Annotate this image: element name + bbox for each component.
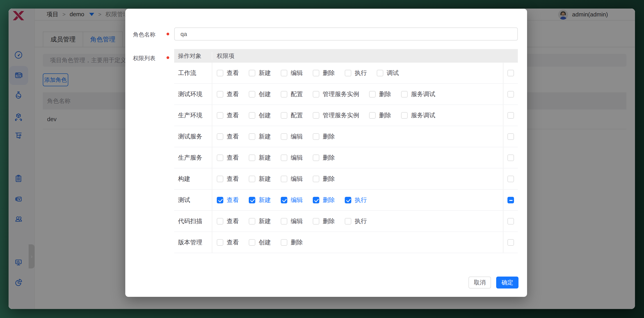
checkbox-icon[interactable]: [345, 197, 351, 203]
checkbox-icon[interactable]: [217, 197, 223, 203]
row-select-all-checkbox[interactable]: [508, 91, 514, 97]
checkbox-icon[interactable]: [217, 133, 223, 140]
permission-checkbox-item[interactable]: 编辑: [281, 69, 303, 77]
permission-checkbox-item[interactable]: 新建: [249, 69, 271, 77]
checkbox-icon[interactable]: [281, 176, 287, 182]
permission-checkbox-item[interactable]: 查看: [217, 90, 239, 98]
checkbox-icon[interactable]: [281, 133, 287, 140]
row-select-all-checkbox[interactable]: [508, 70, 514, 76]
checkbox-icon[interactable]: [249, 197, 255, 203]
permission-checkbox-item[interactable]: 新建: [249, 132, 271, 141]
permission-checkbox-item[interactable]: 创建: [249, 90, 271, 98]
permission-checkbox-item[interactable]: 删除: [313, 175, 335, 183]
checkbox-icon[interactable]: [249, 218, 255, 225]
checkbox-icon[interactable]: [249, 176, 255, 182]
checkbox-icon[interactable]: [401, 91, 408, 97]
row-select-all-checkbox[interactable]: [508, 197, 514, 203]
permission-checkbox-item[interactable]: 新建: [249, 175, 271, 183]
checkbox-icon[interactable]: [217, 154, 223, 161]
checkbox-icon[interactable]: [249, 239, 255, 246]
row-select-all-checkbox[interactable]: [508, 154, 514, 161]
checkbox-icon[interactable]: [313, 154, 319, 161]
permission-checkbox-item[interactable]: 删除: [281, 238, 303, 246]
permission-checkbox-item[interactable]: 删除: [369, 111, 391, 119]
checkbox-icon[interactable]: [313, 197, 319, 203]
checkbox-icon[interactable]: [217, 218, 223, 225]
checkbox-icon[interactable]: [249, 154, 255, 161]
checkbox-icon[interactable]: [345, 218, 351, 225]
permission-checkbox-item[interactable]: 编辑: [281, 154, 303, 162]
checkbox-icon[interactable]: [313, 91, 319, 97]
permission-checkbox-item[interactable]: 删除: [369, 90, 391, 98]
checkbox-icon[interactable]: [281, 70, 287, 76]
checkbox-icon[interactable]: [217, 112, 223, 119]
permission-checkbox-item[interactable]: 管理服务实例: [313, 90, 359, 98]
checkbox-icon[interactable]: [249, 133, 255, 140]
row-select-all-checkbox[interactable]: [508, 112, 514, 119]
permission-checkbox-item[interactable]: 服务调试: [401, 90, 435, 98]
checkbox-icon[interactable]: [313, 218, 319, 225]
permission-checkbox-item[interactable]: 编辑: [281, 132, 303, 141]
checkbox-icon[interactable]: [249, 91, 255, 97]
checkbox-icon[interactable]: [345, 70, 351, 76]
permission-checkbox-item[interactable]: 删除: [313, 132, 335, 141]
checkbox-icon[interactable]: [313, 112, 319, 119]
checkbox-icon[interactable]: [249, 112, 255, 119]
permission-checkbox-item[interactable]: 查看: [217, 154, 239, 162]
checkbox-icon[interactable]: [217, 176, 223, 182]
permission-checkbox-item[interactable]: 删除: [313, 196, 335, 204]
permission-checkbox-item[interactable]: 执行: [345, 217, 367, 225]
checkbox-icon[interactable]: [401, 112, 408, 119]
permission-checkbox-item[interactable]: 新建: [249, 196, 271, 204]
permission-checkbox-item[interactable]: 删除: [313, 154, 335, 162]
row-select-all-checkbox[interactable]: [508, 239, 514, 246]
checkbox-icon[interactable]: [313, 133, 319, 140]
permission-checkbox-item[interactable]: 编辑: [281, 175, 303, 183]
checkbox-icon[interactable]: [281, 112, 287, 119]
row-select-all-checkbox[interactable]: [508, 176, 514, 182]
checkbox-icon[interactable]: [281, 91, 287, 97]
checkbox-label: 编辑: [291, 196, 303, 204]
checkbox-icon[interactable]: [217, 239, 223, 246]
permission-checkbox-item[interactable]: 配置: [281, 111, 303, 119]
checkbox-icon[interactable]: [281, 218, 287, 225]
checkbox-icon[interactable]: [217, 91, 223, 97]
permission-checkbox-item[interactable]: 调试: [377, 69, 399, 77]
cancel-button[interactable]: 取消: [468, 277, 491, 289]
checkbox-label: 配置: [291, 111, 303, 119]
permission-checkbox-item[interactable]: 创建: [249, 111, 271, 119]
checkbox-icon[interactable]: [281, 154, 287, 161]
permission-checkbox-item[interactable]: 查看: [217, 238, 239, 246]
permission-checkbox-item[interactable]: 服务调试: [401, 111, 435, 119]
permission-checkbox-item[interactable]: 删除: [313, 69, 335, 77]
checkbox-icon[interactable]: [377, 70, 383, 76]
permission-checkbox-item[interactable]: 查看: [217, 217, 239, 225]
checkbox-icon[interactable]: [217, 70, 223, 76]
permission-checkbox-item[interactable]: 编辑: [281, 196, 303, 204]
checkbox-icon[interactable]: [369, 112, 376, 119]
permission-checkbox-item[interactable]: 新建: [249, 217, 271, 225]
role-name-input[interactable]: [174, 27, 518, 40]
permission-checkbox-item[interactable]: 配置: [281, 90, 303, 98]
permission-checkbox-item[interactable]: 执行: [345, 196, 367, 204]
checkbox-icon[interactable]: [249, 70, 255, 76]
permission-checkbox-item[interactable]: 查看: [217, 132, 239, 141]
checkbox-icon[interactable]: [313, 176, 319, 182]
permission-checkbox-item[interactable]: 查看: [217, 175, 239, 183]
permission-checkbox-item[interactable]: 新建: [249, 154, 271, 162]
permission-checkbox-item[interactable]: 编辑: [281, 217, 303, 225]
permission-checkbox-item[interactable]: 管理服务实例: [313, 111, 359, 119]
checkbox-icon[interactable]: [281, 239, 287, 246]
permission-checkbox-item[interactable]: 创建: [249, 238, 271, 246]
permission-checkbox-item[interactable]: 查看: [217, 69, 239, 77]
checkbox-icon[interactable]: [281, 197, 287, 203]
permission-checkbox-item[interactable]: 删除: [313, 217, 335, 225]
permission-checkbox-item[interactable]: 查看: [217, 196, 239, 204]
permission-checkbox-item[interactable]: 执行: [345, 69, 367, 77]
confirm-button[interactable]: 确定: [496, 277, 518, 289]
checkbox-icon[interactable]: [369, 91, 376, 97]
checkbox-icon[interactable]: [313, 70, 319, 76]
permission-checkbox-item[interactable]: 查看: [217, 111, 239, 119]
row-select-all-checkbox[interactable]: [508, 218, 514, 225]
row-select-all-checkbox[interactable]: [508, 133, 514, 140]
